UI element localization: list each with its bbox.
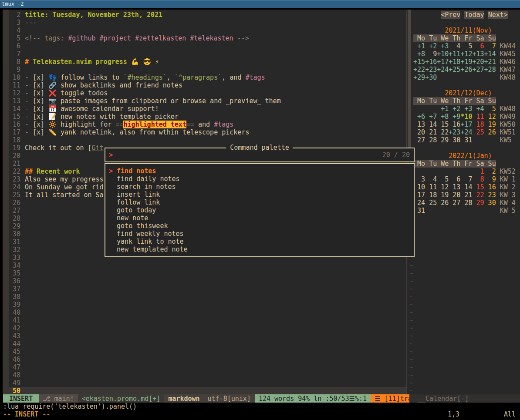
calendar-day-cell[interactable]: 12	[437, 183, 449, 191]
calendar-day-cell[interactable]: +2	[449, 105, 460, 113]
editor-line-37[interactable]: 37	[9, 285, 406, 293]
calendar-day-cell[interactable]: +15	[413, 58, 425, 66]
calendar-day-cell[interactable]: 12	[484, 113, 496, 121]
editor-line-16[interactable]: 16- [x] 🔆 highlight for ==highlighted te…	[9, 121, 406, 128]
editor-line-35[interactable]: 35	[9, 269, 406, 277]
calendar-day-cell[interactable]: 31	[460, 136, 472, 144]
calendar-day-cell[interactable]: +12	[460, 50, 472, 58]
editor-line-43[interactable]: 43	[9, 332, 406, 340]
calendar-day-cell[interactable]: 15	[437, 121, 449, 128]
palette-item-follow-link[interactable]: follow link	[105, 198, 414, 206]
calendar-day-cell[interactable]: +11	[449, 50, 460, 58]
calendar-day-cell[interactable]: +10	[437, 50, 449, 58]
calendar-day-cell[interactable]: 4	[449, 42, 460, 50]
calendar-day-cell[interactable]: 15	[473, 183, 484, 191]
calendar-day-cell[interactable]: 22	[437, 128, 449, 136]
calendar-day-cell[interactable]: +7	[425, 113, 437, 121]
palette-item-goto-thisweek[interactable]: goto thisweek	[105, 222, 414, 230]
editor-line-8[interactable]: 8# Telekasten.nvim progress 💪 😎 ⚡	[9, 58, 406, 66]
calendar-day-cell[interactable]: 25	[425, 199, 437, 207]
calendar-day-cell[interactable]: 28	[460, 199, 472, 207]
calendar-day-cell[interactable]: 1	[473, 168, 484, 175]
palette-item-yank-link-to-note[interactable]: yank link to note	[105, 238, 414, 245]
calendar-day-cell[interactable]: 13	[449, 183, 460, 191]
editor-line-18[interactable]: 18	[9, 136, 406, 144]
calendar-day-cell[interactable]: +24	[437, 66, 449, 74]
editor-line-48[interactable]: 48	[9, 371, 406, 379]
editor-line-3[interactable]: 3---	[9, 19, 406, 27]
calendar-day-cell[interactable]: 7	[484, 42, 496, 50]
calendar-day-cell[interactable]: 25	[473, 128, 484, 136]
editor-line-44[interactable]: 44	[9, 340, 406, 348]
calendar-day-cell[interactable]: +1	[413, 42, 425, 50]
calendar-day-cell[interactable]: 22	[473, 191, 484, 199]
palette-item-find-weekly-notes[interactable]: find weekly notes	[105, 230, 414, 238]
editor-line-9[interactable]: 9	[9, 66, 406, 74]
calendar-day-cell[interactable]: 6	[449, 175, 460, 183]
calendar-day-cell[interactable]: 21	[460, 191, 472, 199]
calendar-day-cell[interactable]: +23	[425, 66, 437, 74]
calendar-next-button[interactable]: Next>	[488, 11, 508, 19]
calendar-day-cell[interactable]: 17	[413, 191, 425, 199]
calendar-day-cell[interactable]: 28	[425, 136, 437, 144]
calendar-day-cell[interactable]: 19	[437, 191, 449, 199]
editor-line-10[interactable]: 10- [x] 👣 follow links to `#headings`, `…	[9, 74, 406, 81]
calendar-panel[interactable]: <Prev Today Next> 2021/11(Nov) Mo Tu We …	[409, 11, 516, 395]
editor-line-6[interactable]: 6	[9, 42, 406, 50]
calendar-day-cell[interactable]: 23	[484, 191, 496, 199]
calendar-day-cell[interactable]: +8	[437, 113, 449, 121]
calendar-day-cell[interactable]: +1	[437, 105, 449, 113]
calendar-prev-button[interactable]: <Prev	[441, 11, 460, 19]
calendar-day-cell[interactable]: 9	[484, 175, 496, 183]
editor-line-39[interactable]: 39	[9, 301, 406, 309]
calendar-today-button[interactable]: Today	[464, 11, 484, 19]
calendar-day-cell[interactable]: +30	[425, 74, 437, 81]
editor-line-14[interactable]: 14- [x] 📅 awesome calendar support!	[9, 105, 406, 113]
editor-line-17[interactable]: 17- [x] ✏️ yank notelink, also from wthi…	[9, 128, 406, 136]
calendar-day-cell[interactable]: +16	[425, 58, 437, 66]
terminal-scrollbar[interactable]	[3, 10, 9, 394]
calendar-day-cell[interactable]: +23	[449, 128, 460, 136]
editor-line-34[interactable]: 34	[9, 262, 406, 269]
calendar-day-cell[interactable]: 11	[473, 113, 484, 121]
editor-line-2[interactable]: 2title: Tuesday, November 23th, 2021	[9, 11, 406, 19]
calendar-day-cell[interactable]: 16	[484, 183, 496, 191]
calendar-day-cell[interactable]: 7	[460, 175, 472, 183]
calendar-day-cell[interactable]: 24	[413, 199, 425, 207]
calendar-day-cell[interactable]: 9	[425, 50, 437, 58]
editor-line-42[interactable]: 42	[9, 324, 406, 332]
calendar-day-cell[interactable]: +6	[413, 113, 425, 121]
calendar-day-cell[interactable]: +14	[484, 50, 496, 58]
calendar-day-cell[interactable]: +3	[437, 42, 449, 50]
editor-line-5[interactable]: 5<!-- tags: #github #project #zettelkast…	[9, 34, 406, 42]
editor-line-11[interactable]: 11- [x] 🔗 show backlinks and friend note…	[9, 81, 406, 89]
palette-item-insert-link[interactable]: insert link	[105, 191, 414, 198]
calendar-day-cell[interactable]: 8	[473, 175, 484, 183]
calendar-day-cell[interactable]: 21	[425, 128, 437, 136]
palette-item-search-in-notes[interactable]: search in notes	[105, 183, 414, 191]
calendar-day-cell[interactable]: 6	[473, 42, 484, 50]
calendar-day-cell[interactable]: +29	[413, 74, 425, 81]
calendar-day-cell[interactable]: *10	[460, 113, 472, 121]
calendar-day-cell[interactable]: +27	[473, 66, 484, 74]
calendar-day-cell[interactable]: 18	[425, 191, 437, 199]
calendar-day-cell[interactable]: 19	[484, 121, 496, 128]
command-palette-prompt[interactable]: Command palette > 20 / 20	[105, 148, 415, 162]
calendar-day-cell[interactable]: 30	[449, 136, 460, 144]
calendar-day-cell[interactable]: 11	[425, 183, 437, 191]
editor-line-49[interactable]: 49	[9, 379, 406, 387]
calendar-day-cell[interactable]: 20	[449, 191, 460, 199]
calendar-day-cell[interactable]: 10	[413, 183, 425, 191]
editor-line-15[interactable]: 15- [x] 📝 new notes with template picker	[9, 113, 406, 121]
calendar-day-cell[interactable]: +13	[473, 50, 484, 58]
palette-item-new-note[interactable]: new note	[105, 214, 414, 222]
calendar-day-cell[interactable]: 29	[473, 199, 484, 207]
calendar-day-cell[interactable]: 18	[473, 121, 484, 128]
calendar-day-cell[interactable]: 26	[437, 199, 449, 207]
calendar-day-cell[interactable]: +2	[425, 42, 437, 50]
editor-line-36[interactable]: 36	[9, 277, 406, 285]
calendar-day-cell[interactable]: +22	[413, 66, 425, 74]
calendar-day-cell[interactable]: +28	[484, 66, 496, 74]
editor-line-40[interactable]: 40	[9, 309, 406, 316]
calendar-day-cell[interactable]: 14	[460, 183, 472, 191]
